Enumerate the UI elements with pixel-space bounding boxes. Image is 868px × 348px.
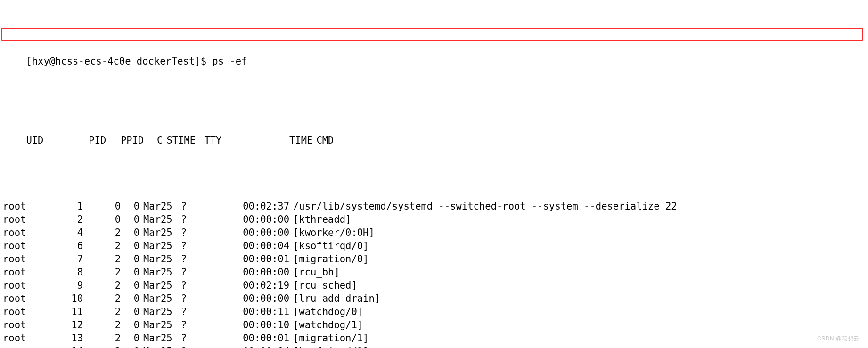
- hdr-time: TIME: [246, 134, 312, 147]
- cell-cmd: [ksoftirqd/0]: [289, 239, 670, 252]
- cell-c: 0: [121, 292, 139, 305]
- cell-pid: 6: [41, 239, 83, 252]
- cell-cmd: [migration/1]: [289, 332, 670, 345]
- cell-c: 0: [121, 332, 139, 345]
- cell-uid: root: [3, 318, 41, 332]
- cell-uid: root: [3, 200, 41, 213]
- cell-tty: ?: [178, 305, 223, 318]
- cell-pid: 11: [41, 305, 83, 318]
- cell-uid: root: [3, 292, 41, 305]
- cell-time: 00:00:00: [223, 266, 289, 279]
- table-row: root1320Mar25?00:00:01[migration/1]: [3, 332, 865, 345]
- cell-cmd: [kthreadd]: [289, 213, 670, 226]
- prompt-text: [hxy@hcss-ecs-4c0e dockerTest]$ ps -ef: [26, 55, 247, 68]
- ps-header-row: UIDPIDPPIDCSTIMETTYTIMECMD: [3, 121, 865, 160]
- cell-tty: ?: [178, 345, 223, 348]
- cell-c: 0: [121, 305, 139, 318]
- cell-tty: ?: [178, 292, 223, 305]
- cell-tty: ?: [178, 226, 223, 239]
- hdr-uid: UID: [26, 134, 64, 147]
- hdr-cmd: CMD: [312, 134, 693, 147]
- cell-cmd: [migration/0]: [289, 252, 670, 266]
- cell-pid: 14: [41, 345, 83, 348]
- cell-ppid: 2: [83, 332, 121, 345]
- cell-cmd: [lru-add-drain]: [289, 292, 670, 305]
- table-row: root1220Mar25?00:00:10[watchdog/1]: [3, 318, 865, 332]
- cell-ppid: 2: [83, 305, 121, 318]
- cell-time: 00:00:00: [223, 213, 289, 226]
- highlight-annotation: [1, 28, 863, 41]
- prompt-line: [hxy@hcss-ecs-4c0e dockerTest]$ ps -ef: [3, 41, 865, 81]
- cell-time: 00:00:00: [223, 226, 289, 239]
- cell-uid: root: [3, 213, 41, 226]
- cell-tty: ?: [178, 239, 223, 252]
- cell-ppid: 2: [83, 292, 121, 305]
- cell-ppid: 2: [83, 226, 121, 239]
- cell-pid: 1: [41, 200, 83, 213]
- table-row: root1420Mar25?00:00:04[ksoftirqd/1]: [3, 345, 865, 348]
- cell-stime: Mar25: [139, 345, 178, 348]
- cell-stime: Mar25: [139, 305, 178, 318]
- table-row: root820Mar25?00:00:00[rcu_bh]: [3, 266, 865, 279]
- cell-tty: ?: [178, 200, 223, 213]
- hdr-pid: PID: [64, 134, 106, 147]
- cell-cmd: [watchdog/0]: [289, 305, 670, 318]
- cell-c: 0: [121, 200, 139, 213]
- cell-pid: 12: [41, 318, 83, 332]
- cell-time: 00:00:10: [223, 318, 289, 332]
- cell-time: 00:00:01: [223, 332, 289, 345]
- cell-ppid: 0: [83, 213, 121, 226]
- cell-stime: Mar25: [139, 226, 178, 239]
- cell-time: 00:02:37: [223, 200, 289, 213]
- cell-uid: root: [3, 305, 41, 318]
- cell-pid: 9: [41, 279, 83, 292]
- cell-c: 0: [121, 345, 139, 348]
- cell-stime: Mar25: [139, 213, 178, 226]
- cell-time: 00:00:11: [223, 305, 289, 318]
- cell-uid: root: [3, 332, 41, 345]
- cell-tty: ?: [178, 332, 223, 345]
- cell-pid: 10: [41, 292, 83, 305]
- cell-stime: Mar25: [139, 318, 178, 332]
- cell-c: 0: [121, 252, 139, 266]
- cell-ppid: 2: [83, 239, 121, 252]
- cell-stime: Mar25: [139, 252, 178, 266]
- cell-pid: 8: [41, 266, 83, 279]
- hdr-stime: STIME: [163, 134, 201, 147]
- cell-ppid: 2: [83, 252, 121, 266]
- cell-time: 00:00:01: [223, 252, 289, 266]
- cell-tty: ?: [178, 266, 223, 279]
- cell-c: 0: [121, 279, 139, 292]
- hdr-tty: TTY: [201, 134, 246, 147]
- cell-stime: Mar25: [139, 266, 178, 279]
- ps-rows: root100Mar25?00:02:37/usr/lib/systemd/sy…: [3, 200, 865, 348]
- table-row: root720Mar25?00:00:01[migration/0]: [3, 252, 865, 266]
- cell-cmd: [ksoftirqd/1]: [289, 345, 670, 348]
- cell-ppid: 2: [83, 266, 121, 279]
- cell-uid: root: [3, 252, 41, 266]
- cell-pid: 2: [41, 213, 83, 226]
- cell-cmd: [rcu_sched]: [289, 279, 670, 292]
- cell-stime: Mar25: [139, 332, 178, 345]
- cell-cmd: [watchdog/1]: [289, 318, 670, 332]
- cell-pid: 7: [41, 252, 83, 266]
- cell-pid: 13: [41, 332, 83, 345]
- cell-tty: ?: [178, 252, 223, 266]
- terminal-output[interactable]: [hxy@hcss-ecs-4c0e dockerTest]$ ps -ef U…: [0, 0, 868, 348]
- cell-stime: Mar25: [139, 200, 178, 213]
- watermark: CSDN @花想云: [817, 332, 860, 345]
- table-row: root100Mar25?00:02:37/usr/lib/systemd/sy…: [3, 200, 865, 213]
- cell-tty: ?: [178, 213, 223, 226]
- cell-ppid: 0: [83, 200, 121, 213]
- cell-stime: Mar25: [139, 292, 178, 305]
- cell-uid: root: [3, 266, 41, 279]
- cell-c: 0: [121, 213, 139, 226]
- cell-stime: Mar25: [139, 239, 178, 252]
- cell-stime: Mar25: [139, 279, 178, 292]
- cell-c: 0: [121, 226, 139, 239]
- table-row: root920Mar25?00:02:19[rcu_sched]: [3, 279, 865, 292]
- cell-ppid: 2: [83, 345, 121, 348]
- cell-time: 00:00:04: [223, 345, 289, 348]
- table-row: root1120Mar25?00:00:11[watchdog/0]: [3, 305, 865, 318]
- hdr-ppid: PPID: [106, 134, 144, 147]
